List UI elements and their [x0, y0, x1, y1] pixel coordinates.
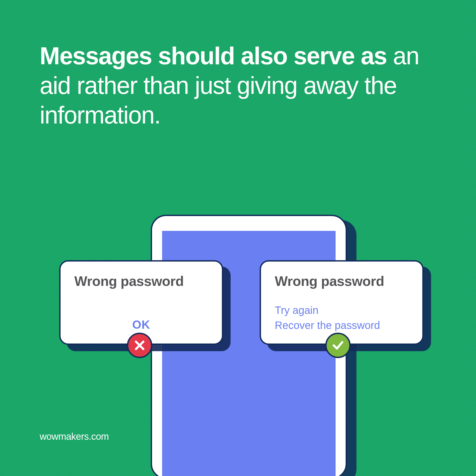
- cross-icon: [133, 339, 146, 352]
- headline: Messages should also serve as an aid rat…: [40, 41, 436, 130]
- dialog-good: Wrong password Try again Recover the pas…: [260, 260, 424, 345]
- dialog-good-title: Wrong password: [275, 273, 409, 289]
- check-icon: [332, 339, 344, 352]
- dialog-bad: Wrong password OK: [59, 260, 223, 345]
- dialog-bad-ok-button[interactable]: OK: [61, 318, 222, 331]
- dialog-good-links: Try again Recover the password: [275, 304, 409, 331]
- bad-indicator-icon: [127, 333, 152, 358]
- dialog-bad-title: Wrong password: [74, 273, 208, 289]
- good-indicator-icon: [325, 333, 351, 358]
- try-again-link[interactable]: Try again: [275, 304, 409, 316]
- recover-password-link[interactable]: Recover the password: [275, 319, 409, 331]
- headline-bold: Messages should also serve as: [40, 42, 387, 69]
- footer-attribution: wowmakers.com: [40, 431, 109, 442]
